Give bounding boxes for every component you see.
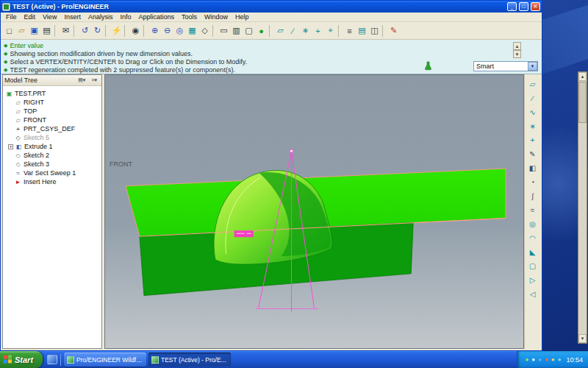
shell-tool[interactable]: ▢ bbox=[526, 259, 539, 273]
datum-point-tool[interactable]: ∗ bbox=[526, 119, 539, 133]
chamfer-tool[interactable]: ◣ bbox=[526, 245, 539, 259]
menu-applications[interactable]: Applications bbox=[135, 13, 178, 21]
task-button-proe-wildfire[interactable]: Pro/ENGINEER Wildfir... bbox=[64, 353, 146, 367]
search-button[interactable]: ◉ bbox=[129, 24, 142, 38]
round-tool[interactable]: ◠ bbox=[526, 231, 539, 245]
regenerate-button[interactable]: ⚡ bbox=[110, 24, 123, 38]
scrollbar-thumb[interactable] bbox=[578, 82, 587, 123]
model-tree-item[interactable]: ◇ Sketch 5 bbox=[3, 133, 101, 142]
model-tree-item[interactable]: ► Insert Here bbox=[3, 177, 101, 186]
message-scroll-down-icon[interactable]: ▼ bbox=[513, 50, 521, 58]
layers-button[interactable]: ▤ bbox=[356, 24, 368, 38]
menu-tools[interactable]: Tools bbox=[178, 13, 201, 21]
model-tree-item[interactable]: ◇ Sketch 3 bbox=[3, 160, 101, 169]
model-tree-toggle[interactable]: ≡ bbox=[343, 24, 356, 38]
annotation-button[interactable]: ✎ bbox=[387, 24, 400, 38]
hole-tool[interactable]: ◎ bbox=[526, 217, 539, 231]
shaded-button[interactable]: ● bbox=[255, 24, 268, 38]
rib-tool[interactable]: ▷ bbox=[526, 273, 539, 287]
drag-handle[interactable] bbox=[290, 149, 293, 152]
toolbar-icon[interactable] bbox=[382, 25, 386, 37]
datum-axes-toggle[interactable]: ∕ bbox=[287, 24, 299, 38]
no-hidden-button[interactable]: ▢ bbox=[243, 24, 255, 38]
toolbar-icon[interactable] bbox=[74, 25, 77, 37]
titlebar[interactable]: TEST (Active) - Pro/ENGINEER _ □ ✕ bbox=[1, 1, 542, 13]
tray-icon-2[interactable]: ● bbox=[531, 357, 535, 363]
redo-button[interactable]: ↻ bbox=[91, 24, 104, 38]
datum-curve-tool[interactable]: ∿ bbox=[526, 105, 539, 119]
hidden-line-button[interactable]: ▥ bbox=[230, 24, 243, 38]
new-file-button[interactable]: □ bbox=[3, 24, 15, 38]
tree-show-button[interactable]: ▤▾ bbox=[75, 77, 88, 84]
model-tree-item[interactable]: ≈ Var Sect Sweep 1 bbox=[3, 169, 101, 177]
refit-button[interactable]: ◎ bbox=[173, 24, 186, 38]
message-scrollbar[interactable]: ▲ ▼ bbox=[513, 42, 521, 58]
menu-help[interactable]: Help bbox=[232, 13, 253, 21]
quick-launch-icon[interactable] bbox=[47, 355, 57, 364]
view-manager-button[interactable]: ◫ bbox=[368, 24, 381, 38]
csys-tool[interactable]: + bbox=[526, 133, 539, 147]
tray-icon-6[interactable]: ● bbox=[558, 357, 562, 363]
zoom-in-button[interactable]: ⊕ bbox=[148, 24, 161, 38]
csys-toggle[interactable]: + bbox=[312, 24, 324, 38]
model-tree-item[interactable]: + PRT_CSYS_DEF bbox=[3, 124, 101, 133]
datum-planes-toggle[interactable]: ▱ bbox=[274, 24, 287, 38]
tree-settings-button[interactable]: ≡▾ bbox=[88, 77, 100, 84]
model-tree-item[interactable]: ▱ RIGHT bbox=[3, 98, 101, 107]
task-button-test-active[interactable]: TEST (Active) - Pro/E... bbox=[148, 353, 231, 367]
toolbar-icon[interactable] bbox=[143, 25, 147, 37]
selection-filter-dropdown[interactable]: Smart ▼ bbox=[473, 61, 538, 71]
wireframe-button[interactable]: ▭ bbox=[218, 24, 230, 38]
print-button[interactable]: ▤ bbox=[40, 24, 53, 38]
save-button[interactable]: ▣ bbox=[28, 24, 40, 38]
extrude-tool[interactable]: ◧ bbox=[526, 161, 539, 175]
toolbar-icon[interactable] bbox=[124, 25, 128, 37]
menu-window[interactable]: Window bbox=[201, 13, 232, 21]
undo-button[interactable]: ↺ bbox=[79, 24, 91, 38]
menu-edit[interactable]: Edit bbox=[21, 13, 40, 21]
repaint-button[interactable]: ▦ bbox=[186, 24, 198, 38]
datum-plane-tool[interactable]: ▱ bbox=[526, 77, 539, 91]
revolve-tool[interactable]: ◔ bbox=[526, 175, 539, 189]
background-window-scrollbar[interactable]: ▲ ▼ bbox=[578, 71, 587, 344]
message-scroll-up-icon[interactable]: ▲ bbox=[513, 42, 521, 50]
sweep-tool[interactable]: ∫ bbox=[526, 189, 539, 203]
model-tree-item[interactable]: + ◧ Extrude 1 bbox=[3, 142, 101, 151]
model-tree-item[interactable]: ◇ Sketch 2 bbox=[3, 151, 101, 160]
email-button[interactable]: ✉ bbox=[60, 24, 72, 38]
reorient-button[interactable]: ◇ bbox=[198, 24, 211, 38]
toolbar-icon[interactable] bbox=[338, 25, 342, 37]
tray-icon-5[interactable]: ● bbox=[551, 357, 555, 363]
expander-icon[interactable]: + bbox=[8, 144, 13, 149]
close-button[interactable]: ✕ bbox=[531, 2, 540, 11]
menu-view[interactable]: View bbox=[39, 13, 60, 21]
maximize-button[interactable]: □ bbox=[519, 2, 528, 11]
tray-icon-4[interactable]: ● bbox=[545, 357, 548, 363]
chevron-down-icon[interactable]: ▼ bbox=[528, 62, 537, 71]
spin-center-toggle[interactable]: ⌖ bbox=[324, 24, 337, 38]
scroll-down-icon[interactable]: ▼ bbox=[578, 334, 587, 343]
zoom-out-button[interactable]: ⊖ bbox=[161, 24, 173, 38]
model-tree-item[interactable]: ▱ FRONT bbox=[3, 116, 101, 124]
menu-info[interactable]: Info bbox=[116, 13, 135, 21]
menu-file[interactable]: File bbox=[2, 13, 21, 21]
toolbar-icon[interactable] bbox=[212, 25, 216, 37]
3d-viewport[interactable]: FRONT bbox=[104, 74, 524, 349]
toolbar-icon[interactable] bbox=[54, 25, 58, 37]
toolbar-icon[interactable] bbox=[269, 25, 273, 37]
tray-icon-1[interactable]: ● bbox=[525, 357, 528, 363]
model-tree-item[interactable]: ▱ TOP bbox=[3, 107, 101, 116]
open-button[interactable]: ▱ bbox=[15, 24, 28, 38]
start-button[interactable]: Start bbox=[0, 351, 43, 368]
blend-tool[interactable]: ≈ bbox=[526, 203, 539, 217]
menu-analysis[interactable]: Analysis bbox=[85, 13, 117, 21]
scroll-up-icon[interactable]: ▲ bbox=[578, 72, 587, 81]
tray-icon-3[interactable]: ● bbox=[538, 357, 542, 363]
minimize-button[interactable]: _ bbox=[507, 2, 517, 11]
selected-dimension[interactable] bbox=[234, 230, 254, 237]
datum-points-toggle[interactable]: ∗ bbox=[299, 24, 312, 38]
sketch-tool[interactable]: ✎ bbox=[526, 147, 539, 161]
menu-insert[interactable]: Insert bbox=[60, 13, 85, 21]
toolbar-icon[interactable] bbox=[105, 25, 109, 37]
draft-tool[interactable]: ◁ bbox=[526, 287, 539, 301]
